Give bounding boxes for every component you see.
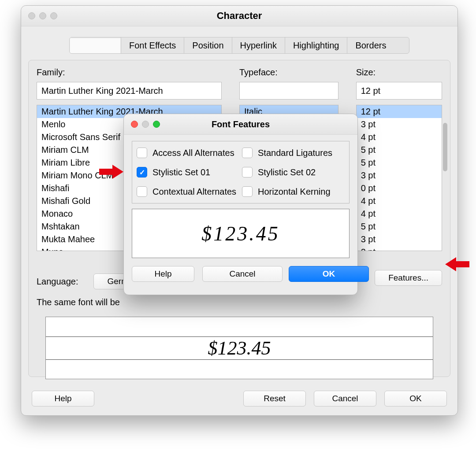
size-label: Size:: [356, 67, 442, 78]
ok-button[interactable]: OK: [289, 266, 369, 282]
checkbox-icon: [137, 186, 147, 197]
cancel-button[interactable]: Cancel: [202, 266, 283, 282]
checkbox-icon: [242, 148, 253, 158]
tab-highlighting[interactable]: Highlighting: [285, 37, 348, 53]
reset-button[interactable]: Reset: [243, 391, 306, 407]
svg-marker-0: [99, 165, 123, 179]
annotation-arrow-icon: [445, 255, 469, 273]
list-item[interactable]: 5 pt: [357, 220, 442, 233]
tab-font[interactable]: [70, 37, 121, 53]
typeface-label: Typeface:: [239, 67, 338, 78]
help-button[interactable]: Help: [32, 391, 94, 407]
preview-text: $123.45: [46, 337, 433, 360]
size-input[interactable]: 12 pt: [356, 82, 442, 100]
family-label: Family:: [37, 67, 222, 78]
language-label: Language:: [37, 277, 78, 287]
feature-checkbox-calt[interactable]: Contextual Alternates: [137, 186, 239, 197]
titlebar[interactable]: Character: [21, 6, 457, 26]
list-item[interactable]: 2 pt: [357, 246, 442, 251]
feature-preview: $123.45: [132, 209, 350, 258]
list-item[interactable]: 3 pt: [357, 118, 442, 131]
font-features-dialog: Font Features Access All Alternates Stan…: [123, 114, 358, 295]
scrollbar[interactable]: [443, 123, 447, 251]
annotation-arrow-icon: [99, 163, 123, 181]
feature-checkbox-kern[interactable]: Horizontal Kerning: [242, 186, 345, 197]
list-item[interactable]: 4 pt: [357, 207, 442, 220]
tab-font-effects[interactable]: Font Effects: [121, 37, 184, 53]
features-grid: Access All Alternates Standard Ligatures…: [132, 141, 350, 203]
typeface-input[interactable]: [239, 82, 338, 100]
checkbox-icon: [137, 167, 147, 177]
cancel-button[interactable]: Cancel: [314, 391, 376, 407]
list-item[interactable]: 3 pt: [357, 169, 442, 182]
tab-hyperlink[interactable]: Hyperlink: [232, 37, 285, 53]
feature-checkbox-ss02[interactable]: Stylistic Set 02: [242, 167, 345, 177]
feature-checkbox-aalt[interactable]: Access All Alternates: [137, 148, 239, 158]
window-title: Font Features: [124, 119, 357, 129]
checkbox-icon: [137, 148, 147, 158]
font-preview: $123.45: [45, 317, 433, 379]
tab-position[interactable]: Position: [184, 37, 232, 53]
list-item[interactable]: 4 pt: [357, 131, 442, 144]
list-item[interactable]: 0 pt: [357, 182, 442, 195]
tab-borders[interactable]: Borders: [347, 37, 394, 53]
list-item[interactable]: 3 pt: [357, 233, 442, 246]
list-item[interactable]: 12 pt: [357, 105, 442, 118]
svg-marker-1: [445, 257, 469, 271]
list-item[interactable]: 5 pt: [357, 144, 442, 156]
ok-button[interactable]: OK: [384, 391, 447, 407]
features-button[interactable]: Features...: [375, 270, 442, 286]
window-title: Character: [21, 10, 457, 22]
family-input[interactable]: Martin Luther King 2021-March: [37, 82, 222, 100]
feature-checkbox-ss01[interactable]: Stylistic Set 01: [137, 167, 239, 177]
tab-bar: Font Effects Position Hyperlink Highligh…: [69, 37, 409, 54]
checkbox-icon: [242, 186, 253, 197]
list-item[interactable]: 4 pt: [357, 195, 442, 207]
checkbox-icon: [242, 167, 253, 177]
titlebar[interactable]: Font Features: [124, 114, 357, 135]
footnote-text: The same font will be: [37, 297, 120, 307]
size-list[interactable]: 12 pt 3 pt 4 pt 5 pt 5 pt 3 pt 0 pt 4 pt…: [356, 105, 442, 251]
list-item[interactable]: 5 pt: [357, 156, 442, 169]
feature-checkbox-liga[interactable]: Standard Ligatures: [242, 148, 345, 158]
help-button[interactable]: Help: [132, 266, 194, 282]
